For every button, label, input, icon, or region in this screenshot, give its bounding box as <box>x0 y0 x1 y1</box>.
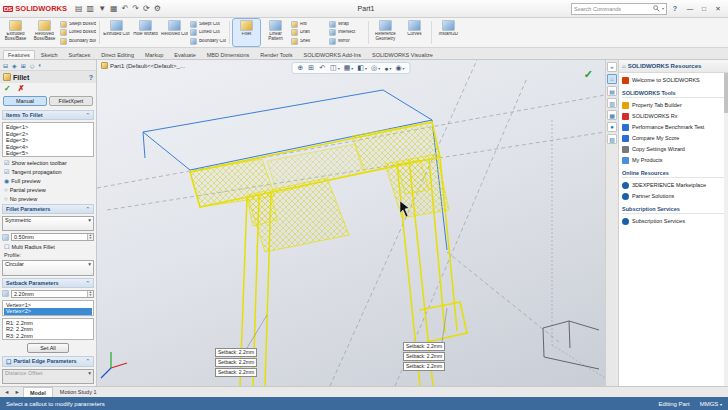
dimxpertmanager-tab-icon[interactable]: ◇ <box>30 62 35 69</box>
setback-parameters-header[interactable]: Setback Parameters⌃ <box>2 278 94 288</box>
intersect-button[interactable]: Intersect <box>329 29 365 37</box>
no-preview-radio[interactable]: ○ No preview <box>2 195 94 202</box>
swept-cut-button[interactable]: Swept Cut <box>190 20 226 28</box>
view-palette-tab-icon[interactable]: ▦ <box>607 110 617 120</box>
checkbox-icon[interactable]: ☐ <box>6 358 11 365</box>
extruded-boss-button[interactable]: Extruded Boss/Base <box>2 19 29 46</box>
spinner-arrows-icon[interactable]: ▴▾ <box>87 234 93 240</box>
file-explorer-tab-icon[interactable]: ▥ <box>607 98 617 108</box>
tab-scroll-left-icon[interactable]: ◄ <box>2 387 11 397</box>
setback-distance-input[interactable]: 2.20mm ▴▾ <box>11 290 94 298</box>
spinner-arrows-icon[interactable]: ▴▾ <box>87 291 93 297</box>
solidworks-rx-link[interactable]: SOLIDWORKS Rx <box>622 112 724 120</box>
tab-markup[interactable]: Markup <box>140 50 168 59</box>
configurationmanager-tab-icon[interactable]: ⊞ <box>21 62 26 69</box>
fillet-button[interactable]: Fillet <box>233 19 260 46</box>
taskpane-collapse-icon[interactable]: « <box>607 62 617 72</box>
tab-features[interactable]: Features <box>3 50 35 59</box>
options-icon[interactable]: ⚙ <box>154 4 161 13</box>
taskpane-scrollbar[interactable] <box>724 73 728 386</box>
maximize-button[interactable]: □ <box>697 2 711 16</box>
breadcrumb[interactable]: Part1 (Default<<Default>_... <box>101 62 185 69</box>
edit-appearance-icon[interactable]: ●▾ <box>384 65 391 72</box>
profile-dropdown[interactable]: Circular▾ <box>2 260 94 275</box>
extruded-cut-button[interactable]: Extruded Cut <box>103 19 130 46</box>
setback-callout[interactable]: Setback: 2.2mm <box>215 348 257 357</box>
zoom-fit-icon[interactable]: ⊕ <box>297 64 304 72</box>
help-icon[interactable]: ? <box>670 5 680 12</box>
partner-solutions-link[interactable]: Partner Solutions <box>622 192 724 200</box>
edge-list-item[interactable]: Edge<5> <box>4 150 92 157</box>
setback-callout[interactable]: Setback: 2.2mm <box>215 358 257 367</box>
search-caret-icon[interactable]: ▾ <box>662 6 664 11</box>
tab-solidworks-visualize[interactable]: SOLIDWORKS Visualize <box>367 50 438 59</box>
tab-solidworks-addins[interactable]: SOLIDWORKS Add-Ins <box>299 50 366 59</box>
pm-ok-button[interactable]: ✓ <box>4 84 11 93</box>
show-selection-toolbar-checkbox[interactable]: ☑ Show selection toolbar <box>2 159 94 166</box>
model-3d-view[interactable] <box>97 60 605 386</box>
compare-my-score-link[interactable]: Compare My Score <box>622 134 724 142</box>
symmetry-dropdown[interactable]: Symmetric▾ <box>2 216 94 231</box>
performance-benchmark-link[interactable]: Performance Benchmark Test <box>622 123 724 131</box>
graphics-area[interactable]: Part1 (Default<<Default>_... ⊕ ⊞ ↶ ◫▾ ▦▾… <box>97 60 605 386</box>
featuremanager-tab-icon[interactable]: ⊟ <box>3 62 8 69</box>
set-all-button[interactable]: Set All <box>27 343 69 353</box>
linear-pattern-button[interactable]: Linear Pattern <box>262 19 289 46</box>
manual-mode-button[interactable]: Manual <box>3 96 47 106</box>
appearances-tab-icon[interactable]: ● <box>607 122 617 132</box>
resources-tab-icon[interactable]: ⌂ <box>607 74 617 84</box>
shell-button[interactable]: Shell <box>291 37 327 45</box>
draft-button[interactable]: Draft <box>291 29 327 37</box>
open-icon[interactable]: ▥ <box>87 4 95 13</box>
propertymanager-tab-icon[interactable]: ◈ <box>12 62 17 69</box>
lofted-boss-button[interactable]: Lofted Boss/Base <box>60 29 96 37</box>
tab-sketch[interactable]: Sketch <box>36 50 63 59</box>
tab-render-tools[interactable]: Render Tools <box>255 50 297 59</box>
curves-button[interactable]: Curves <box>401 19 428 46</box>
tab-scroll-right-icon[interactable]: ► <box>12 387 21 397</box>
tab-mbd-dimensions[interactable]: MBD Dimensions <box>202 50 254 59</box>
reference-geometry-button[interactable]: Reference Geometry <box>372 19 399 46</box>
boundary-cut-button[interactable]: Boundary Cut <box>190 37 226 45</box>
setback-callout[interactable]: Setback: 2.2mm <box>403 342 445 351</box>
property-tab-builder-link[interactable]: Property Tab Builder <box>622 101 724 109</box>
partial-preview-radio[interactable]: ○ Partial preview <box>2 186 94 193</box>
rebuild-icon[interactable]: ⟳ <box>143 4 150 13</box>
units-selector[interactable]: MMGS ▾ <box>700 401 722 407</box>
vertices-listbox[interactable]: Vertex<1> Vertex<2> <box>2 300 94 316</box>
multi-radius-checkbox[interactable]: ☐ Multi Radius Fillet <box>2 243 94 250</box>
edges-listbox[interactable]: Edge<1> Edge<2> Edge<3> Edge<4> Edge<5> <box>2 122 94 157</box>
redo-icon[interactable]: ↷ <box>132 4 139 13</box>
pm-cancel-button[interactable]: ✗ <box>18 84 25 93</box>
swept-boss-button[interactable]: Swept Boss/Base <box>60 20 96 28</box>
filletxpert-mode-button[interactable]: FilletXpert <box>49 96 93 106</box>
subscription-services-link[interactable]: Subscription Services <box>622 217 724 225</box>
display-style-icon[interactable]: ◧▾ <box>357 64 367 72</box>
setback-distance-item[interactable]: R3: 2.2mm <box>4 333 92 340</box>
tangent-propagation-checkbox[interactable]: ☑ Tangent propagation <box>2 168 94 175</box>
previous-view-icon[interactable]: ↶ <box>319 64 326 72</box>
section-view-icon[interactable]: ◫▾ <box>330 64 340 72</box>
close-button[interactable]: ✕ <box>711 2 725 16</box>
instant3d-button[interactable]: Instant3D <box>435 19 462 46</box>
my-products-link[interactable]: My Products <box>622 156 724 164</box>
tab-surfaces[interactable]: Surfaces <box>64 50 96 59</box>
displaymanager-tab-icon[interactable]: ◐ <box>38 62 42 68</box>
view-settings-icon[interactable]: ◉▾ <box>395 64 404 72</box>
tab-evaluate[interactable]: Evaluate <box>169 50 200 59</box>
hide-show-icon[interactable]: ◎▾ <box>371 64 380 72</box>
mirror-button[interactable]: Mirror <box>329 37 365 45</box>
marketplace-link[interactable]: 3DEXPERIENCE Marketplace <box>622 181 724 189</box>
undo-icon[interactable]: ↶ <box>122 4 129 13</box>
copy-settings-wizard-link[interactable]: Copy Settings Wizard <box>622 145 724 153</box>
vertex-list-item-selected[interactable]: Vertex<2> <box>4 308 92 315</box>
confirmation-corner-ok[interactable]: ✓ <box>584 68 593 81</box>
revolved-boss-button[interactable]: Revolved Boss/Base <box>31 19 58 46</box>
partial-edge-parameters-header[interactable]: ☐ Partial Edge Parameters ⌃ <box>2 356 94 367</box>
boundary-boss-button[interactable]: Boundary Boss/Base <box>60 37 96 45</box>
setback-distances-listbox[interactable]: R1: 2.2mm R2: 2.2mm R3: 2.2mm <box>2 318 94 340</box>
custom-properties-tab-icon[interactable]: ▧ <box>607 134 617 144</box>
minimize-button[interactable]: — <box>683 2 697 16</box>
hole-wizard-button[interactable]: Hole Wizard <box>132 19 159 46</box>
view-orientation-icon[interactable]: ▦▾ <box>344 64 354 72</box>
